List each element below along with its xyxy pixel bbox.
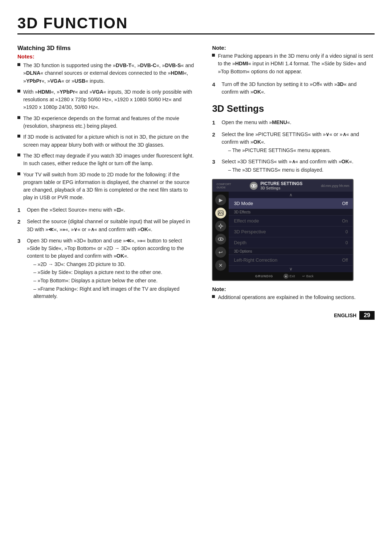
tv-item-label: Effect mode (234, 218, 259, 224)
grundig-logo: GRUNDIG (252, 274, 276, 279)
steps-list: 1 Open the »Select Source« menu with »⊡«… (17, 206, 196, 301)
comfort-guide-label: COMFORTGUIDE (216, 183, 231, 189)
list-item: The 3D function is supported using the »… (17, 62, 196, 85)
sidebar-icon-picture (215, 208, 226, 218)
bullet-icon (212, 54, 215, 57)
svg-point-10 (220, 238, 221, 240)
tv-menu-item-perspective[interactable]: 3D Perspective 0 (229, 226, 353, 237)
list-item: 4 Turn off the 3D function by setting it… (212, 81, 375, 96)
svg-rect-6 (220, 228, 221, 229)
tv-item-label: 3D Mode (234, 201, 253, 206)
settings-heading: 3D Settings (212, 103, 375, 114)
tv-section-label-options: 3D Options (229, 248, 353, 255)
svg-point-1 (253, 185, 254, 187)
tv-item-value: Off (342, 258, 348, 263)
bullet-icon (17, 116, 20, 119)
tv-arrow-down: ∨ (229, 266, 353, 272)
tv-item-value: Off (342, 201, 348, 206)
bullet-icon (17, 135, 20, 138)
footer-lang: ENGLISH (334, 312, 356, 318)
tv-menu-item-3dmode[interactable]: 3D Mode Off (229, 198, 353, 209)
svg-rect-5 (220, 224, 221, 225)
tv-menu-title: PICTURE SETTINGS (261, 181, 303, 186)
two-column-layout: Watching 3D films Notes: The 3D function… (17, 45, 375, 307)
list-item: 3 Select »3D SETTINGS« with »∧« and conf… (212, 158, 375, 174)
right-column: Note: Frame Packing appears in the 3D me… (212, 45, 375, 307)
tv-arrow-up: ∧ (229, 192, 353, 198)
bullet-icon (17, 154, 20, 156)
tv-content-area: ∧ 3D Mode Off 3D Effects Effect mode (229, 192, 353, 272)
tv-time: dd.mm.yyyy hh:mm (321, 184, 349, 188)
list-item: The 3D effect may degrade if you watch 3… (17, 152, 196, 168)
bullet-icon (17, 63, 20, 66)
tv-item-label: 3D Perspective (234, 229, 266, 234)
note1-list: Frame Packing appears in the 3D menu onl… (212, 52, 375, 75)
bullet-icon (212, 295, 215, 298)
note-label-2: Note: (212, 286, 375, 292)
tv-item-value: 0 (346, 229, 348, 234)
sidebar-icon-eye (215, 234, 226, 245)
note2-list: Additional operations are explained in t… (212, 294, 375, 301)
tv-item-value: On (342, 218, 348, 224)
list-item: 1 Open the menu with »MENU«. (212, 119, 375, 127)
sidebar-icon-play: ▶ (215, 195, 226, 205)
tv-exit-btn: ● Exit (283, 274, 295, 279)
tv-bottom-bar: GRUNDIG ● Exit ↩ Back (213, 272, 353, 280)
note-block-1: Note: Frame Packing appears in the 3D me… (212, 45, 375, 75)
tv-section-label-effects: 3D Effects (229, 209, 353, 216)
notes-label: Notes: (17, 53, 196, 60)
tv-screen-mockup: COMFORTGUIDE PICTURE SETTINGS 3D Setting… (212, 179, 354, 281)
note2-text: Additional operations are explained in t… (218, 294, 355, 301)
tv-top-bar: COMFORTGUIDE PICTURE SETTINGS 3D Setting… (213, 180, 353, 192)
svg-point-3 (219, 212, 220, 213)
tv-item-value: 0 (346, 240, 348, 245)
list-item: Your TV will switch from 3D mode to 2D m… (17, 171, 196, 202)
sidebar-icon-close: ✕ (215, 260, 226, 271)
page-title: 3D FUNCTION (17, 15, 375, 34)
back-arrow-icon: ↩ (302, 274, 305, 278)
tv-section-text: 3D Options (234, 249, 252, 253)
list-item: 1 Open the »Select Source« menu with »⊡«… (17, 206, 196, 214)
sidebar-icon-settings (215, 221, 226, 232)
tv-menu-item-depth[interactable]: Depth 0 (229, 237, 353, 248)
exit-circle-icon: ● (283, 274, 289, 279)
svg-rect-8 (222, 226, 223, 226)
tv-title-area: PICTURE SETTINGS 3D Settings (250, 181, 303, 190)
settings-steps-list: 1 Open the menu with »MENU«. 2 Select th… (212, 119, 375, 174)
page-container: 3D FUNCTION Watching 3D films Notes: The… (0, 0, 392, 328)
tv-section-text: 3D Effects (234, 210, 250, 214)
list-item: 3 Open 3D menu with »3D« button and use … (17, 237, 196, 301)
tv-menu-item-leftrightcorrection[interactable]: Left-Right Correction Off (229, 255, 353, 266)
list-item: The 3D experience depends on the format … (17, 115, 196, 130)
note-block-2: Note: Additional operations are explaine… (212, 286, 375, 301)
step4-list: 4 Turn off the 3D function by setting it… (212, 81, 375, 96)
bullet-icon (17, 172, 20, 175)
tv-item-label: Left-Right Correction (234, 257, 277, 263)
list-item: 2 Select the line »PICTURE SETTINGS« wit… (212, 131, 375, 154)
sidebar-icon-back: ↩ (215, 247, 226, 258)
tv-item-label: Depth (234, 240, 246, 245)
list-item: Frame Packing appears in the 3D menu onl… (212, 52, 375, 75)
notes-list: The 3D function is supported using the »… (17, 62, 196, 202)
bullet-icon (17, 90, 20, 93)
tv-menu-item-effectmode[interactable]: Effect mode On (229, 216, 353, 226)
tv-main-area: ▶ ↩ ✕ ∧ (213, 192, 353, 272)
list-item: Additional operations are explained in t… (212, 294, 375, 301)
watching-heading: Watching 3D films (17, 45, 196, 52)
tv-menu-subtitle: 3D Settings (261, 186, 303, 190)
svg-rect-7 (218, 226, 219, 226)
eye-icon (250, 182, 258, 190)
svg-point-4 (220, 225, 222, 227)
list-item: With »HDMI«, »YPbPr« and »VGA« inputs, 3… (17, 88, 196, 111)
list-item: If 3D mode is activated for a picture wh… (17, 133, 196, 149)
page-number: 29 (359, 311, 375, 320)
tv-sidebar: ▶ ↩ ✕ (213, 192, 229, 272)
tv-back-btn: ↩ Back (302, 274, 314, 278)
page-footer: ENGLISH 29 (334, 311, 375, 320)
left-column: Watching 3D films Notes: The 3D function… (17, 45, 196, 307)
note-label-1: Note: (212, 45, 375, 51)
list-item: 2 Select the source (digital channel or … (17, 218, 196, 233)
